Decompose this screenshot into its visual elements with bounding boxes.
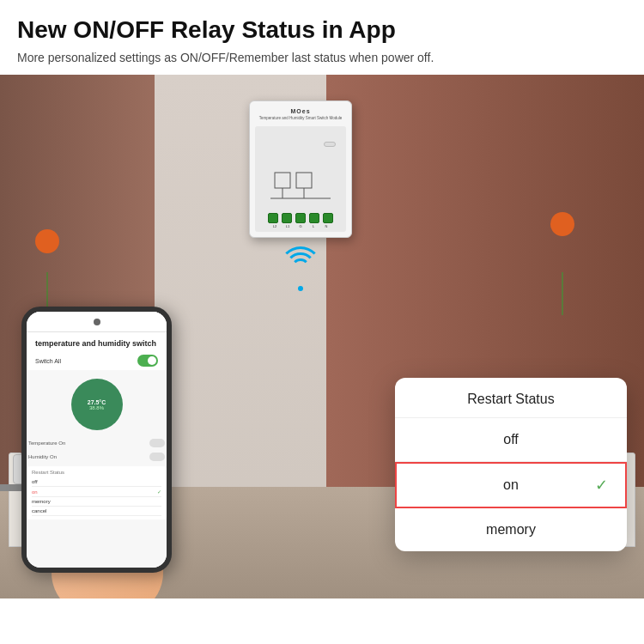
plant-left <box>21 229 73 315</box>
popup-dialog: Restart Status off on ✓ memory <box>395 378 627 551</box>
terminal-5 <box>323 213 333 223</box>
smart-module: MOes Temperature and Humidity Smart Swit… <box>249 100 352 238</box>
phone-frame: temperature and humidity switch Switch A… <box>21 307 172 573</box>
humidity-control-toggle[interactable] <box>149 453 165 461</box>
terminal-label-3: G <box>295 224 306 228</box>
popup-item-memory[interactable]: memory <box>395 508 627 551</box>
phone-restart-on-check: ✓ <box>157 489 161 495</box>
module-circuit-diagram <box>266 168 335 211</box>
page-title: New ON/OFF Relay Status in App <box>17 15 627 45</box>
svg-rect-1 <box>296 173 312 188</box>
header-section: New ON/OFF Relay Status in App More pers… <box>0 0 644 75</box>
phone-restart-off-label: off <box>32 479 38 484</box>
phone-restart-section: Restart Status off on ✓ memory cancel <box>27 466 167 519</box>
terminal-label-4: L <box>308 224 319 228</box>
terminal-label-1: L2 <box>270 224 280 228</box>
module-description: Temperature and Humidity Smart Switch Mo… <box>259 116 343 121</box>
gauge-temp: 27.5°C <box>88 399 106 405</box>
phone-screen: temperature and humidity switch Switch A… <box>27 312 167 568</box>
popup-item-off[interactable]: off <box>395 418 627 462</box>
gauge-container: 27.5°C 38.8% <box>27 372 167 437</box>
module-body: L2 L1 G L N <box>255 126 346 232</box>
temp-control-toggle[interactable] <box>149 439 165 447</box>
phone-restart-cancel-label: cancel <box>32 508 46 513</box>
popup-on-label: on <box>503 477 519 493</box>
page-subtitle: More personalized settings as ON/OFF/Rem… <box>17 50 627 67</box>
phone-restart-title: Restart Status <box>32 470 161 475</box>
phone-restart-on-label: on <box>32 489 38 495</box>
terminal-label-2: L1 <box>283 224 293 228</box>
phone-restart-item-cancel[interactable]: cancel <box>32 507 161 516</box>
gauge-humidity: 38.8% <box>89 405 104 410</box>
terminal-2 <box>282 213 292 223</box>
phone-restart-memory-label: memory <box>32 499 51 504</box>
flower-head-right <box>550 212 574 236</box>
flower-stem-right <box>562 272 563 315</box>
phone-gauge: 27.5°C 38.8% <box>71 379 123 430</box>
terminal-strip <box>268 213 333 223</box>
temp-control-row: Temperature On <box>27 437 167 449</box>
switch-all-label: Switch All <box>35 358 137 364</box>
popup-off-label: off <box>503 432 519 447</box>
room-scene: MOes Temperature and Humidity Smart Swit… <box>0 75 644 598</box>
switch-all-row: Switch All <box>27 351 167 370</box>
terminal-4 <box>309 213 319 223</box>
plant-right <box>528 212 597 315</box>
terminal-3 <box>295 213 306 223</box>
terminal-labels: L2 L1 G L N <box>270 224 331 228</box>
flower-head-left <box>35 229 59 253</box>
wifi-symbol <box>275 251 326 289</box>
phone-app-title: temperature and humidity switch <box>27 332 167 351</box>
popup-memory-label: memory <box>486 522 536 538</box>
phone-restart-item-on[interactable]: on ✓ <box>32 487 161 497</box>
phone-container: temperature and humidity switch Switch A… <box>21 307 189 598</box>
terminal-1 <box>268 213 278 223</box>
humidity-control-label: Humidity On <box>28 454 149 459</box>
phone-camera <box>94 319 100 325</box>
popup-title: Restart Status <box>395 378 627 418</box>
phone-top-bar <box>27 312 167 332</box>
switch-all-toggle[interactable] <box>137 355 158 367</box>
humidity-control-row: Humidity On <box>27 451 167 463</box>
popup-on-check: ✓ <box>595 476 608 495</box>
module-brand: MOes <box>290 108 310 114</box>
terminal-label-5: N <box>321 224 331 228</box>
svg-rect-0 <box>275 173 290 188</box>
popup-item-on[interactable]: on ✓ <box>395 462 627 508</box>
temp-control-label: Temperature On <box>28 440 149 446</box>
module-reset-button[interactable] <box>324 142 336 147</box>
phone-restart-item-off[interactable]: off <box>32 477 161 487</box>
phone-restart-item-memory[interactable]: memory <box>32 497 161 507</box>
